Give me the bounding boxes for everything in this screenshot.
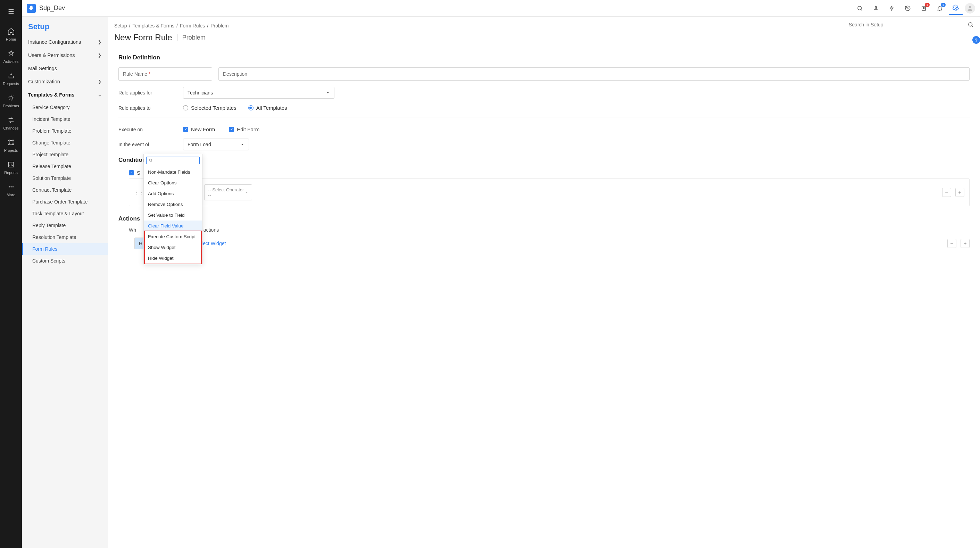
sidebar-mail-settings[interactable]: Mail Settings <box>22 62 108 75</box>
drag-handle-icon[interactable]: ⋮⋮ <box>134 190 144 195</box>
radio-selected-templates[interactable]: Selected Templates <box>183 105 237 111</box>
rule-name-input[interactable]: Rule Name * <box>118 67 212 81</box>
remove-condition-button[interactable]: − <box>942 188 951 197</box>
brand[interactable]: Sdp_Dev <box>27 4 65 13</box>
event-label: In the event of <box>118 142 183 147</box>
svg-point-7 <box>12 144 14 145</box>
sidebar-customization[interactable]: Customization❯ <box>22 75 108 88</box>
nav-projects[interactable]: Projects <box>0 134 22 157</box>
sidebar-sub-service-category[interactable]: Service Category <box>22 101 108 113</box>
help-button[interactable]: ? <box>972 36 980 44</box>
chevron-right-icon: ❯ <box>98 40 102 45</box>
sidebar-sub-purchase-order-template[interactable]: Purchase Order Template <box>22 196 108 208</box>
bell-icon[interactable]: 1 <box>933 2 947 15</box>
chevron-down-icon <box>240 142 245 147</box>
action-dropdown: Non-Mandate FieldsClear OptionsAdd Optio… <box>143 154 202 264</box>
dropdown-item-remove-options[interactable]: Remove Options <box>144 199 202 210</box>
breadcrumb: Setup / Templates & Forms / Form Rules /… <box>114 23 974 29</box>
add-condition-button[interactable]: + <box>955 188 964 197</box>
dropdown-item-hide-widget[interactable]: Hide Widget <box>144 253 202 264</box>
sidebar-templates-forms[interactable]: Templates & Forms⌄ <box>22 88 108 101</box>
nav-more[interactable]: More <box>0 179 22 201</box>
description-input[interactable]: Description <box>218 67 970 81</box>
checkbox-edit-form[interactable]: Edit Form <box>229 126 259 132</box>
sidebar-sub-task-template-layout[interactable]: Task Template & Layout <box>22 208 108 220</box>
section-actions: Actions <box>118 215 970 222</box>
checkbox-new-form[interactable]: New Form <box>183 126 215 132</box>
sidebar-sub-incident-template[interactable]: Incident Template <box>22 113 108 125</box>
dropdown-item-show-widget[interactable]: Show Widget <box>144 242 202 253</box>
nav-changes[interactable]: Changes <box>0 112 22 134</box>
dropdown-item-execute-custom-script[interactable]: Execute Custom Script <box>144 231 202 242</box>
sidebar-sub-resolution-template[interactable]: Resolution Template <box>22 231 108 243</box>
dropdown-item-add-options[interactable]: Add Options <box>144 188 202 199</box>
bolt-icon[interactable] <box>885 2 899 15</box>
hamburger-icon[interactable] <box>7 4 15 23</box>
checkbox-condition-set[interactable]: S <box>129 170 140 176</box>
tasks-icon[interactable]: 1 <box>917 2 931 15</box>
dropdown-item-clear-options[interactable]: Clear Options <box>144 177 202 188</box>
sidebar-sub-project-template[interactable]: Project Template <box>22 149 108 161</box>
actions-description: Whhidden text hidden apply these actions <box>129 227 970 233</box>
gear-icon[interactable] <box>949 2 963 15</box>
applies-for-select[interactable]: Technicians <box>183 87 334 99</box>
avatar[interactable] <box>965 3 975 14</box>
svg-point-4 <box>8 140 10 141</box>
nav-home[interactable]: Home <box>0 23 22 46</box>
svg-point-12 <box>858 6 862 10</box>
sidebar-sub-solution-template[interactable]: Solution Template <box>22 172 108 184</box>
sidebar-sub-change-template[interactable]: Change Template <box>22 137 108 149</box>
operator-select[interactable]: -- Select Operator -- <box>204 185 252 201</box>
search-setup[interactable] <box>849 22 974 28</box>
svg-point-10 <box>10 186 11 187</box>
svg-point-11 <box>12 186 13 187</box>
svg-point-5 <box>12 140 14 141</box>
sidebar-instance-configurations[interactable]: Instance Configurations❯ <box>22 35 108 49</box>
svg-line-13 <box>861 10 862 11</box>
svg-point-15 <box>955 7 957 9</box>
sidebar-sub-contract-template[interactable]: Contract Template <box>22 184 108 196</box>
svg-point-19 <box>150 159 152 161</box>
search-icon[interactable] <box>853 2 867 15</box>
applies-for-label: Rule applies for <box>118 90 183 96</box>
nav-problems[interactable]: Problems <box>0 90 22 112</box>
tasks-badge: 1 <box>925 3 930 7</box>
history-icon[interactable] <box>901 2 915 15</box>
nav-requests[interactable]: Requests <box>0 68 22 90</box>
main-content: Setup / Templates & Forms / Form Rules /… <box>108 17 980 548</box>
nav-reports[interactable]: Reports <box>0 157 22 179</box>
sidebar-sub-reply-template[interactable]: Reply Template <box>22 220 108 231</box>
dropdown-search[interactable] <box>144 154 202 167</box>
search-icon <box>149 158 153 162</box>
event-select[interactable]: Form Load <box>183 139 249 150</box>
setup-title: Setup <box>22 17 108 35</box>
conditions-block: ⋮⋮ -- Select Operator -- − + <box>129 178 970 206</box>
pin-icon[interactable] <box>869 2 883 15</box>
search-setup-input[interactable] <box>849 22 964 27</box>
dropdown-item-set-value-to-field[interactable]: Set Value to Field <box>144 210 202 220</box>
dropdown-item-non-mandate-fields[interactable]: Non-Mandate Fields <box>144 167 202 177</box>
sidebar-sub-problem-template[interactable]: Problem Template <box>22 125 108 137</box>
chevron-down-icon <box>326 91 330 95</box>
chevron-down-icon: ⌄ <box>98 92 102 97</box>
remove-action-button[interactable]: − <box>947 239 956 248</box>
sidebar-sub-form-rules[interactable]: Form Rules <box>22 243 108 255</box>
svg-line-20 <box>151 161 153 162</box>
dropdown-item-clear-field-value[interactable]: Clear Field Value <box>144 220 202 231</box>
add-action-button[interactable]: + <box>961 239 970 248</box>
svg-point-3 <box>10 97 12 99</box>
sidebar-users-permissions[interactable]: Users & Permissions❯ <box>22 49 108 62</box>
chevron-down-icon <box>245 191 248 194</box>
execute-on-label: Execute on <box>118 127 183 132</box>
chevron-right-icon: ❯ <box>98 79 102 84</box>
section-conditions: Condition <box>118 157 970 164</box>
action-row: Hide Widget Select Widget − + <box>134 237 970 249</box>
applies-to-label: Rule applies to <box>118 105 183 111</box>
sidebar-sub-release-template[interactable]: Release Template <box>22 161 108 172</box>
nav-activities[interactable]: Activities <box>0 46 22 68</box>
topbar: Sdp_Dev 1 1 <box>22 0 980 17</box>
condition-row: ⋮⋮ -- Select Operator -- − + <box>129 179 969 206</box>
left-nav: Home Activities Requests Problems Change… <box>0 0 22 548</box>
radio-all-templates[interactable]: All Templates <box>248 105 287 111</box>
sidebar-sub-custom-scripts[interactable]: Custom Scripts <box>22 255 108 267</box>
